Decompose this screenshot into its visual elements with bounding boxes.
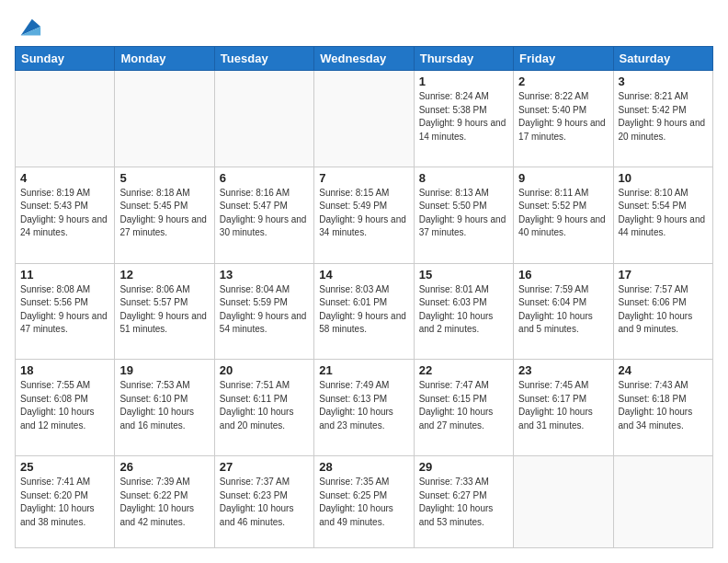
calendar-cell: 13Sunrise: 8:04 AM Sunset: 5:59 PM Dayli… [214,263,313,360]
day-info: Sunrise: 8:21 AM Sunset: 5:42 PM Dayligh… [619,90,708,144]
day-number: 14 [319,268,408,282]
calendar-cell [314,71,414,167]
calendar-cell: 2Sunrise: 8:22 AM Sunset: 5:40 PM Daylig… [514,71,613,167]
calendar-cell: 16Sunrise: 7:59 AM Sunset: 6:04 PM Dayli… [514,263,613,360]
day-info: Sunrise: 7:59 AM Sunset: 6:04 PM Dayligh… [518,283,608,337]
day-number: 18 [20,363,109,377]
day-number: 8 [419,171,508,185]
weekday-header-sunday: Sunday [16,47,115,71]
header [15,15,713,37]
day-info: Sunrise: 8:15 AM Sunset: 5:49 PM Dayligh… [319,187,408,240]
week-row-4: 18Sunrise: 7:55 AM Sunset: 6:08 PM Dayli… [16,360,713,456]
day-info: Sunrise: 7:51 AM Sunset: 6:11 PM Dayligh… [220,379,309,432]
calendar-cell: 29Sunrise: 7:33 AM Sunset: 6:27 PM Dayli… [414,456,513,548]
calendar-cell: 9Sunrise: 8:11 AM Sunset: 5:52 PM Daylig… [514,167,613,263]
week-row-3: 11Sunrise: 8:08 AM Sunset: 5:56 PM Dayli… [16,263,713,360]
day-number: 3 [619,75,708,88]
calendar-cell: 1Sunrise: 8:24 AM Sunset: 5:38 PM Daylig… [414,71,513,167]
calendar-cell: 6Sunrise: 8:16 AM Sunset: 5:47 PM Daylig… [214,167,313,263]
day-info: Sunrise: 8:18 AM Sunset: 5:45 PM Dayligh… [119,187,209,240]
calendar-cell: 17Sunrise: 7:57 AM Sunset: 6:06 PM Dayli… [613,263,712,360]
calendar-cell: 5Sunrise: 8:18 AM Sunset: 5:45 PM Daylig… [115,167,214,263]
day-info: Sunrise: 8:13 AM Sunset: 5:50 PM Dayligh… [419,187,508,240]
logo-icon [17,15,42,40]
day-info: Sunrise: 7:57 AM Sunset: 6:06 PM Dayligh… [619,283,708,337]
calendar-cell [214,71,313,167]
day-info: Sunrise: 8:10 AM Sunset: 5:54 PM Dayligh… [619,187,708,240]
weekday-header-saturday: Saturday [613,47,712,71]
day-number: 16 [518,268,608,282]
day-info: Sunrise: 8:06 AM Sunset: 5:57 PM Dayligh… [119,283,209,337]
day-info: Sunrise: 8:11 AM Sunset: 5:52 PM Dayligh… [518,187,608,240]
calendar-cell [16,71,115,167]
calendar-cell: 4Sunrise: 8:19 AM Sunset: 5:43 PM Daylig… [16,167,115,263]
calendar-cell: 18Sunrise: 7:55 AM Sunset: 6:08 PM Dayli… [16,360,115,456]
day-info: Sunrise: 7:55 AM Sunset: 6:08 PM Dayligh… [20,379,109,432]
day-info: Sunrise: 7:39 AM Sunset: 6:22 PM Dayligh… [119,476,209,529]
day-number: 17 [619,268,708,282]
day-number: 7 [319,171,408,185]
calendar-cell [514,456,613,548]
calendar-cell: 23Sunrise: 7:45 AM Sunset: 6:17 PM Dayli… [514,360,613,456]
week-row-1: 1Sunrise: 8:24 AM Sunset: 5:38 PM Daylig… [16,71,713,167]
calendar-table: SundayMondayTuesdayWednesdayThursdayFrid… [15,46,713,548]
calendar-cell: 10Sunrise: 8:10 AM Sunset: 5:54 PM Dayli… [613,167,712,263]
calendar-cell: 22Sunrise: 7:47 AM Sunset: 6:15 PM Dayli… [414,360,513,456]
day-info: Sunrise: 7:45 AM Sunset: 6:17 PM Dayligh… [518,379,608,432]
day-info: Sunrise: 7:43 AM Sunset: 6:18 PM Dayligh… [619,379,708,432]
day-number: 26 [119,460,209,474]
day-info: Sunrise: 8:16 AM Sunset: 5:47 PM Dayligh… [220,187,309,240]
calendar-cell: 8Sunrise: 8:13 AM Sunset: 5:50 PM Daylig… [414,167,513,263]
day-number: 23 [518,363,608,377]
calendar-cell: 14Sunrise: 8:03 AM Sunset: 6:01 PM Dayli… [314,263,414,360]
day-number: 15 [419,268,508,282]
day-number: 12 [119,268,209,282]
calendar-cell: 3Sunrise: 8:21 AM Sunset: 5:42 PM Daylig… [613,71,712,167]
day-number: 11 [20,268,109,282]
day-number: 13 [220,268,309,282]
day-info: Sunrise: 8:04 AM Sunset: 5:59 PM Dayligh… [220,283,309,337]
calendar-cell: 27Sunrise: 7:37 AM Sunset: 6:23 PM Dayli… [214,456,313,548]
day-info: Sunrise: 7:47 AM Sunset: 6:15 PM Dayligh… [419,379,508,432]
day-number: 10 [619,171,708,185]
day-info: Sunrise: 7:49 AM Sunset: 6:13 PM Dayligh… [319,379,408,432]
calendar-cell [613,456,712,548]
calendar-cell: 11Sunrise: 8:08 AM Sunset: 5:56 PM Dayli… [16,263,115,360]
weekday-header-tuesday: Tuesday [214,47,313,71]
weekday-header-wednesday: Wednesday [314,47,414,71]
day-info: Sunrise: 8:08 AM Sunset: 5:56 PM Dayligh… [20,283,109,337]
day-info: Sunrise: 7:53 AM Sunset: 6:10 PM Dayligh… [119,379,209,432]
day-number: 24 [619,363,708,377]
calendar-cell: 26Sunrise: 7:39 AM Sunset: 6:22 PM Dayli… [115,456,214,548]
calendar-cell: 15Sunrise: 8:01 AM Sunset: 6:03 PM Dayli… [414,263,513,360]
day-info: Sunrise: 8:01 AM Sunset: 6:03 PM Dayligh… [419,283,508,337]
day-number: 25 [20,460,109,474]
day-info: Sunrise: 7:37 AM Sunset: 6:23 PM Dayligh… [220,476,309,529]
day-number: 4 [20,171,109,185]
weekday-header-monday: Monday [115,47,214,71]
calendar-cell [115,71,214,167]
day-number: 2 [518,75,608,88]
day-number: 5 [119,171,209,185]
day-info: Sunrise: 7:35 AM Sunset: 6:25 PM Dayligh… [319,476,408,529]
day-info: Sunrise: 8:03 AM Sunset: 6:01 PM Dayligh… [319,283,408,337]
calendar-cell: 28Sunrise: 7:35 AM Sunset: 6:25 PM Dayli… [314,456,414,548]
weekday-header-friday: Friday [514,47,613,71]
day-info: Sunrise: 8:24 AM Sunset: 5:38 PM Dayligh… [419,90,508,144]
day-number: 19 [119,363,209,377]
day-number: 20 [220,363,309,377]
calendar-cell: 21Sunrise: 7:49 AM Sunset: 6:13 PM Dayli… [314,360,414,456]
weekday-header-thursday: Thursday [414,47,513,71]
week-row-2: 4Sunrise: 8:19 AM Sunset: 5:43 PM Daylig… [16,167,713,263]
day-number: 9 [518,171,608,185]
calendar-cell: 24Sunrise: 7:43 AM Sunset: 6:18 PM Dayli… [613,360,712,456]
day-number: 29 [419,460,508,474]
day-number: 1 [419,75,508,88]
page: SundayMondayTuesdayWednesdayThursdayFrid… [0,0,728,563]
day-info: Sunrise: 7:41 AM Sunset: 6:20 PM Dayligh… [20,476,109,529]
day-info: Sunrise: 7:33 AM Sunset: 6:27 PM Dayligh… [419,476,508,529]
day-number: 6 [220,171,309,185]
weekday-header-row: SundayMondayTuesdayWednesdayThursdayFrid… [16,47,713,71]
calendar-cell: 25Sunrise: 7:41 AM Sunset: 6:20 PM Dayli… [16,456,115,548]
calendar-cell: 19Sunrise: 7:53 AM Sunset: 6:10 PM Dayli… [115,360,214,456]
